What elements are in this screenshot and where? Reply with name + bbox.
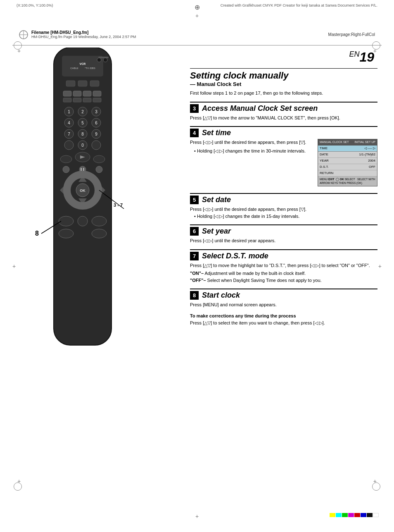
svg-rect-10 [98,57,109,58]
page-number-en: EN [349,50,359,58]
step-4: 4 Set time MANUAL CLOCK SET INITIAL SET … [190,126,377,188]
plus-rc: + [378,263,382,270]
color-bar-yellow [330,513,335,517]
step-4-title: Set time [202,129,231,137]
page-subtitle: — Manual Clock Set [190,81,377,87]
plus-bc: + [195,513,199,520]
plus-br: + [373,478,377,484]
page-title: Setting clock manually [190,70,377,81]
svg-text:9: 9 [95,132,97,136]
svg-rect-51 [81,168,82,171]
svg-text:3 - 7: 3 - 7 [114,203,123,208]
svg-rect-52 [83,168,84,171]
svg-text:3: 3 [95,110,97,114]
svg-point-8 [97,58,101,62]
top-right-meta: Created with Grafikhuset CMYK PDF Creato… [221,3,377,7]
color-bar-cyan [336,513,342,517]
color-bar-green [342,513,348,517]
step-5-bullet: • Holding [◁ ▷] changes the date in 15-d… [194,213,377,220]
step-5-number: 5 [190,196,199,204]
screen-header-left: MANUAL CLOCK SET [320,140,349,145]
section-divider [190,68,377,69]
svg-point-47 [93,155,105,163]
filename-bold: Filename [HM-DH5U_Eng.fm] [31,30,136,35]
svg-text:8: 8 [35,230,39,237]
screen-header-right: INITIAL SET UP [354,140,375,145]
svg-point-43 [92,141,101,150]
step-6-number: 6 [190,227,199,236]
svg-rect-19 [73,98,81,102]
page-header: Filename [HM-DH5U_Eng.fm] HM-DH5U_Eng.fm… [12,24,382,45]
svg-rect-13 [90,81,99,86]
step-3-title: Access Manual Clock Set screen [202,104,318,113]
step-8-number: 8 [190,291,199,300]
header-masterpage: Masterpage:Right-FullCol [328,32,375,37]
svg-text:4: 4 [68,121,70,125]
step-6-body: Press [◁ ▷] until the desired year appea… [190,237,377,244]
screen-row-date: DATE1/1-(TM)62 [318,152,377,158]
svg-rect-16 [83,91,91,96]
page-number: 19 [359,50,374,64]
remote-control-svg: VCR CABLE *TV /DBS 1 2 3 4 5 6 [29,48,136,358]
svg-text:0: 0 [81,143,84,148]
plus-tc: + [195,12,199,19]
svg-text:2: 2 [81,110,84,114]
svg-rect-11 [66,81,75,86]
screen-row-return: RETURN [318,170,377,177]
top-center-crosshair: ⊕ [195,3,200,11]
screen-mock: MANUAL CLOCK SET INITIAL SET UP TIME◁ --… [318,139,377,186]
svg-text:1: 1 [68,110,70,114]
svg-point-59 [59,229,74,238]
step-3-number: 3 [190,104,199,113]
svg-text:VCR: VCR [80,62,86,65]
svg-text:OK: OK [80,188,85,193]
screen-row-dst: D.S.T.OFF [318,164,377,170]
plus-lc: + [12,263,16,270]
color-bar-black [367,513,373,517]
right-panel: Setting clock manually — Manual Clock Se… [190,70,377,326]
svg-rect-15 [73,91,81,96]
step-7-off: "OFF"– Select when Daylight Saving Time … [190,277,377,284]
step-8: 8 Start clock Press [MENU] and normal sc… [190,289,377,308]
svg-rect-4 [62,56,103,76]
step-8-body: Press [MENU] and normal screen appears. [190,301,377,308]
step-5: 5 Set date Press [◁ ▷] until the desired… [190,193,377,219]
corrections-title: To make corrections any time during the … [190,313,377,318]
corrections-body: Press [△▽] to select the item you want t… [190,320,377,327]
step-7-title: Select D.S.T. mode [202,252,268,260]
step-6: 6 Set year Press [◁ ▷] until the desired… [190,224,377,244]
color-bar-red [354,513,360,517]
svg-point-60 [92,229,107,238]
step-8-title: Start clock [202,291,240,300]
svg-point-9 [103,58,107,62]
color-bars [330,513,379,517]
step-7-body: Press [△▽] to move the highlight bar to … [190,262,377,269]
color-bar-white [373,513,379,517]
step-5-title: Set date [202,196,231,204]
step-4-content: MANUAL CLOCK SET INITIAL SET UP TIME◁ --… [190,139,377,188]
step-6-title: Set year [202,227,231,236]
screen-row-year: YEAR2004 [318,158,377,164]
corrections-section: To make corrections any time during the … [190,313,377,327]
svg-text:8: 8 [81,132,84,136]
step-4-number: 4 [190,129,199,137]
step-7-number: 7 [190,252,199,260]
svg-rect-20 [83,98,91,102]
svg-rect-21 [93,98,101,102]
top-meta-coords: (X:100.0%, Y:100.0%) [17,3,53,7]
svg-point-57 [78,216,88,226]
section-title-block: Setting clock manually — Manual Clock Se… [190,70,377,87]
step-5-body: Press [◁ ▷] until the desired date appea… [190,206,377,213]
step-3-body: Press [△▽] to move the arrow to "MANUAL … [190,115,377,122]
screen-footer: MENU EXIT ◯ OK SELECT SELECT WITH ARROW … [318,177,377,186]
page-number-area: EN19 [349,50,374,65]
svg-point-50 [96,166,102,173]
svg-rect-17 [93,91,101,96]
header-filename: Filename [HM-DH5U_Eng.fm] HM-DH5U_Eng.fm… [19,30,136,39]
svg-text:7: 7 [68,132,70,136]
color-bar-magenta [348,513,354,517]
screen-header: MANUAL CLOCK SET INITIAL SET UP [318,139,377,146]
svg-point-44 [60,155,72,163]
svg-point-48 [63,166,69,173]
svg-text:6: 6 [95,121,97,125]
